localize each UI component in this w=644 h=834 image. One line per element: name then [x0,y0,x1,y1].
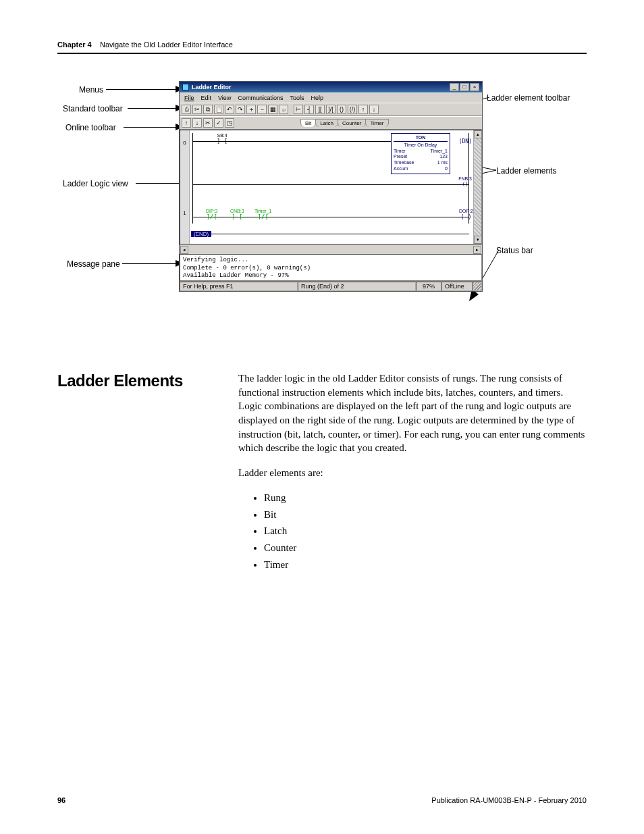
tab-latch[interactable]: Latch [315,119,338,127]
rung-insert-icon[interactable]: ⊢ [294,105,303,114]
ton-r2k: Timebase [394,160,414,166]
callout-menus: Menus [79,85,103,95]
resize-grip[interactable] [473,282,482,291]
ton-r1k: Preset [394,154,407,160]
minimize-button[interactable]: _ [450,83,459,91]
contact-no-icon[interactable]: ][ [315,105,325,114]
ladder-logic-view[interactable]: 0 1 SB:4 ] [ TON Timer On Delay Ti [180,130,482,244]
tab-bit[interactable]: Bit [300,119,316,127]
menu-view[interactable]: View [216,95,233,101]
ladder-editor-diagram: Menus Standard toolbar Online toolbar La… [57,81,587,331]
rung1-c3: Timer_1 [254,209,271,213]
page-footer: 96 Publication RA-UM003B-EN-P - February… [57,796,587,804]
ladder-elements-section: Ladder Elements The ladder logic in the … [57,371,587,574]
coil-icon: ( ) [459,213,473,220]
callout-message-pane: Message pane [67,259,120,269]
app-icon [182,84,189,90]
section-para-2: Ladder elements are: [238,466,587,480]
menu-help[interactable]: Help [308,95,325,101]
list-item: Timer [264,558,587,572]
list-item: Bit [264,508,587,522]
standard-and-element-toolbar: ⎙ ✂ ⧉ 📋 ↶ ↷ ＋ － ▦ ⌕ ⊢ ┤ ][ ]/[ () (/) ↑ … [180,103,482,116]
ton-r3k: Accum [394,166,408,172]
window-title: Ladder Editor [192,84,232,90]
titlebar: Ladder Editor _ □ × [180,82,482,93]
coil-neg-icon[interactable]: (/) [348,105,357,114]
verify-icon[interactable]: ✓ [214,118,223,128]
copy-icon[interactable]: ⧉ [203,105,213,114]
ton-r0v: Timer_1 [431,149,448,155]
menu-file[interactable]: File [182,95,196,101]
msg-line-2: Complete - 0 error(s), 0 warning(s) [183,265,479,273]
rung-number-1: 1 [180,210,189,216]
maximize-button[interactable]: □ [460,83,469,91]
branch-icon[interactable]: ┤ [304,105,314,114]
find-icon[interactable]: ⌕ [279,105,288,114]
contact-icon: ] [ [217,138,227,145]
rising-edge-icon[interactable]: ↑ [358,105,368,114]
list-item: Rung [264,491,587,505]
redo-icon[interactable]: ↷ [236,105,245,114]
menubar: File Edit View Communications Tools Help [180,93,482,103]
publication-info: Publication RA-UM003B-EN-P - February 20… [431,796,587,804]
ton-r0k: Timer [394,149,406,155]
rung-number-0: 0 [180,140,189,146]
horizontal-scrollbar[interactable]: ◂ ▸ [180,244,482,254]
new-file-icon[interactable]: ▦ [268,105,277,114]
message-pane: Verifying logic... Complete - 0 error(s)… [180,254,482,281]
vertical-scrollbar[interactable]: ▴ ▾ [473,130,481,244]
menu-tools[interactable]: Tools [288,95,306,101]
ton-instruction[interactable]: TON Timer On Delay TimerTimer_1 Preset12… [391,133,450,174]
scroll-up-button[interactable]: ▴ [474,130,482,138]
msg-line-3: Available Ladder Memory - 97% [183,272,479,280]
undo-icon[interactable]: ↶ [225,105,234,114]
rung1-c1: DIP:3 [206,209,218,213]
contact-nc-icon[interactable]: ]/[ [326,105,336,114]
download-icon[interactable]: ↓ [192,118,202,128]
ton-r3v: 0 [445,166,448,172]
monitor-icon[interactable]: ◳ [225,118,234,128]
ladder-editor-window: Ladder Editor _ □ × File Edit View Commu… [179,81,483,292]
rung1-c2: CNB:3 [230,209,244,213]
ton-r2v: 1 ms [437,160,448,166]
contact-icon: ] [ [230,213,244,220]
cut-icon[interactable]: ✂ [192,105,202,114]
online-toolbar: ↑ ↓ ✂ ✓ ◳ Bit Latch Counter Timer [180,116,482,130]
ton-name: TON [394,135,448,142]
ton-r1v: 123 [439,154,448,160]
list-item: Counter [264,541,587,555]
menu-communications[interactable]: Communications [236,95,285,101]
rung0-fnb-label: FNB:3 [458,176,472,181]
section-para-1: The ladder logic in the old Ladder Edito… [238,371,587,455]
status-rung: Rung (End) of 2 [298,282,416,291]
zoom-out-icon[interactable]: － [257,105,267,114]
falling-edge-icon[interactable]: ↓ [369,105,379,114]
contact-icon: ]/[ [206,213,218,220]
zoom-in-icon[interactable]: ＋ [246,105,256,114]
msg-line-1: Verifying logic... [183,257,479,265]
contact-icon: ]/[ [254,213,271,220]
menu-edit[interactable]: Edit [199,95,214,101]
callout-standard-toolbar: Standard toolbar [63,104,123,113]
upload-icon[interactable]: ↑ [182,118,191,128]
running-head: Chapter 4 Navigate the Old Ladder Editor… [57,41,587,49]
list-item: Latch [264,524,587,538]
scroll-left-button[interactable]: ◂ [180,246,188,254]
tab-counter[interactable]: Counter [338,119,366,127]
coil-icon[interactable]: () [337,105,346,114]
close-button[interactable]: × [470,83,479,91]
tab-timer[interactable]: Timer [365,119,388,127]
ton-dn-output: (DN) [459,138,472,145]
callout-online-toolbar: Online toolbar [65,123,116,132]
chapter-title: Navigate the Old Ladder Editor Interface [100,41,233,49]
scroll-right-button[interactable]: ▸ [473,246,481,254]
paste-icon[interactable]: 📋 [214,105,223,114]
print-icon[interactable]: ⎙ [182,105,191,114]
header-rule [57,53,587,54]
scroll-down-button[interactable]: ▾ [474,236,482,244]
status-help: For Help, press F1 [180,282,298,291]
rung1-out: DOP:2 [459,209,473,213]
status-mem: 97% [416,282,441,291]
element-tabs: Bit Latch Counter Timer [300,119,388,127]
go-online-icon[interactable]: ✂ [203,118,213,128]
